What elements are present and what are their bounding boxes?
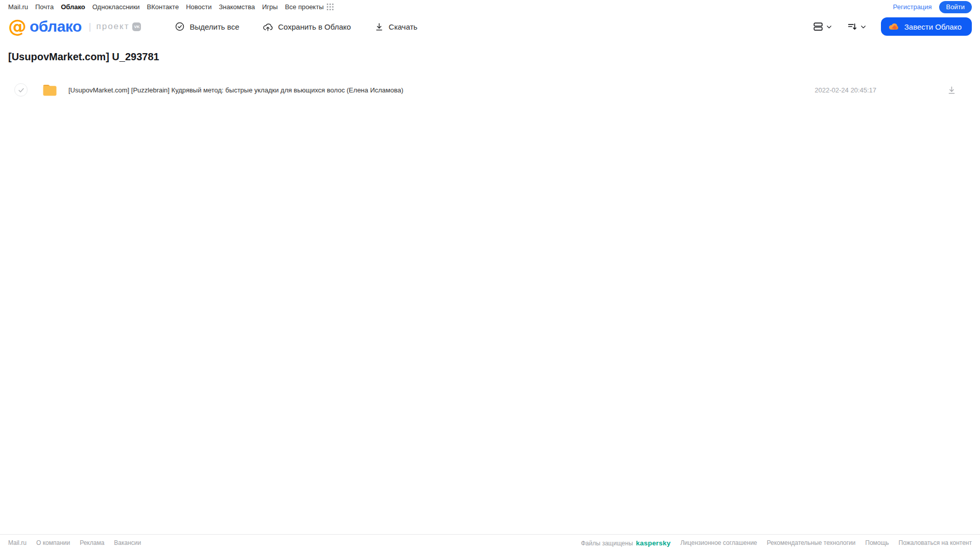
save-to-cloud-button[interactable]: Сохранить в Облако [262,21,351,32]
download-icon [374,22,384,32]
vk-project-label: проект [96,21,129,32]
save-to-cloud-label: Сохранить в Облако [278,22,351,31]
download-button[interactable]: Скачать [374,22,417,32]
kaspersky-protected: Файлы защищены kaspersky [581,539,671,547]
app-header: @ облако | проект VK Выделить все Сохран… [0,14,980,39]
download-label: Скачать [389,22,417,31]
portal-link-vkontakte[interactable]: ВКонтакте [147,3,179,11]
footer-link-license[interactable]: Лицензионное соглашение [680,539,757,546]
footer-link-help[interactable]: Помощь [865,539,889,546]
file-row[interactable]: [UsupovMarket.com] [Puzzlebrain] Кудрявы… [0,80,980,100]
logo-text: облако [30,19,82,34]
page-title: [UsupovMarket.com] U_293781 [8,51,159,63]
get-cloud-label: Завести Облако [904,22,962,31]
portal-link-games[interactable]: Игры [262,3,278,11]
footer-link-jobs[interactable]: Вакансии [114,539,141,546]
chevron-down-icon [826,23,832,30]
logo-divider: | [89,21,91,32]
cloud-icon [888,21,899,32]
protected-label: Файлы защищены [581,540,633,547]
portal-link-news[interactable]: Новости [186,3,211,11]
apps-grid-icon[interactable] [327,4,333,10]
share-toolbar: Выделить все Сохранить в Облако Скачать [175,21,441,32]
check-circle-icon [175,21,185,32]
sort-dropdown[interactable] [847,21,867,32]
portal-link-cloud[interactable]: Облако [61,3,85,11]
cloud-logo[interactable]: @ облако [8,17,82,36]
footer-link-mailru[interactable]: Mail.ru [8,539,27,546]
file-date: 2022-02-24 20:45:17 [815,86,876,94]
footer-link-about[interactable]: О компании [36,539,70,546]
portal-link-mail[interactable]: Почта [35,3,54,11]
row-download-icon[interactable] [947,85,957,95]
select-all-label: Выделить все [189,22,239,31]
portal-link-dating[interactable]: Знакомства [219,3,255,11]
kaspersky-logo[interactable]: kaspersky [636,539,671,547]
footer-link-recommendation-tech[interactable]: Рекомендательные технологии [767,539,856,546]
mailru-at-icon: @ [8,17,27,36]
row-checkbox[interactable] [14,83,28,97]
file-name[interactable]: [UsupovMarket.com] [Puzzlebrain] Кудрявы… [68,86,815,94]
portal-link-odnoklassniki[interactable]: Одноклассники [92,3,140,11]
folder-icon [42,83,58,97]
portal-link-mailru[interactable]: Mail.ru [8,3,28,11]
footer-link-report-content[interactable]: Пожаловаться на контент [899,539,972,546]
login-button[interactable]: Войти [939,1,972,13]
select-all-button[interactable]: Выделить все [175,21,239,32]
footer: Mail.ru О компании Реклама Вакансии Файл… [0,534,980,551]
sort-icon [847,21,858,32]
chevron-down-icon [860,23,867,30]
registration-link[interactable]: Регистрация [893,3,932,11]
cloud-upload-icon [262,21,273,32]
vk-logo-icon: VK [132,22,141,31]
portal-nav: Mail.ru Почта Облако Одноклассники ВКонт… [0,0,980,14]
footer-link-ads[interactable]: Реклама [80,539,104,546]
view-mode-dropdown[interactable] [812,21,832,32]
list-view-icon [812,21,824,32]
portal-link-all-projects[interactable]: Все проекты [285,3,324,11]
get-cloud-button[interactable]: Завести Облако [881,17,972,36]
